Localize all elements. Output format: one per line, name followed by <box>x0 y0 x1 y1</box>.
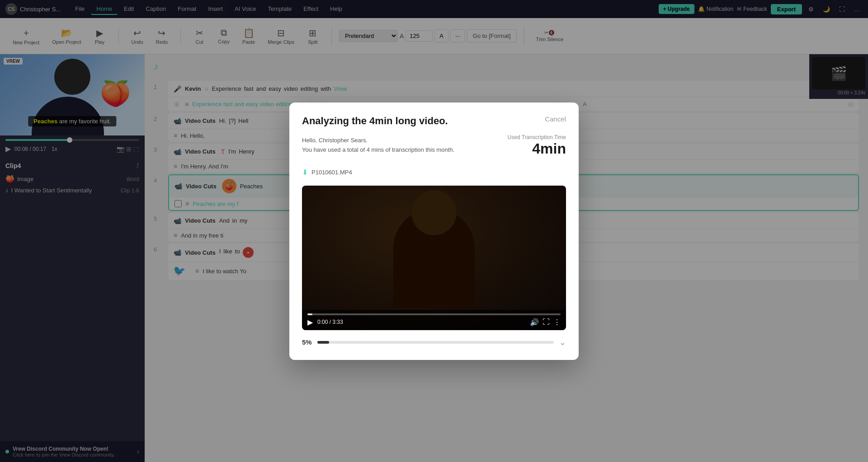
expand-button[interactable]: ⌄ <box>559 337 566 347</box>
head-shape <box>411 190 457 235</box>
modal-usage: You have used a total of 4 mins of trans… <box>302 145 454 155</box>
video-controls-bar: ▶ 0:00 / 3:33 🔊 ⛶ ⋮ <box>302 310 566 330</box>
fullscreen-video-button[interactable]: ⛶ <box>542 318 550 327</box>
progress-percent: 5% <box>302 338 312 346</box>
modal-greeting: Hello, Christopher Sears. <box>302 136 454 145</box>
modal-title: Analyzing the 4min long video. <box>302 115 448 127</box>
modal-filename: ⬇ P1010601.MP4 <box>302 164 566 180</box>
video-time: 0:00 / 3:33 <box>317 319 343 325</box>
modal-user-info: Hello, Christopher Sears. You have used … <box>302 134 566 157</box>
video-person-silhouette <box>393 208 475 308</box>
video-frame <box>302 186 566 330</box>
modal-cancel-button[interactable]: Cancel <box>545 115 566 123</box>
filename-text: P1010601.MP4 <box>311 169 352 176</box>
volume-button[interactable]: 🔊 <box>530 318 539 327</box>
video-person <box>302 186 566 330</box>
progress-section: 5% ⌄ <box>302 337 566 347</box>
progress-done <box>317 341 329 344</box>
modal-time-value: 4min <box>508 140 566 157</box>
download-icon: ⬇ <box>302 168 308 177</box>
analyze-modal: Analyzing the 4min long video. Cancel He… <box>289 103 579 360</box>
more-video-button[interactable]: ⋮ <box>553 318 561 327</box>
video-controls-row: ▶ 0:00 / 3:33 🔊 ⛶ ⋮ <box>307 318 561 327</box>
video-progress-fill <box>307 313 312 315</box>
modal-time-used: Used Transcription Time 4min <box>508 134 566 157</box>
modal-user-text: Hello, Christopher Sears. You have used … <box>302 136 454 155</box>
video-progress[interactable] <box>307 313 561 315</box>
video-right-controls: 🔊 ⛶ ⋮ <box>530 318 561 327</box>
modal-overlay[interactable]: Analyzing the 4min long video. Cancel He… <box>0 0 868 462</box>
modal-time-label: Used Transcription Time <box>508 134 566 140</box>
modal-header: Analyzing the 4min long video. Cancel <box>302 115 566 127</box>
modal-video: ▶ 0:00 / 3:33 🔊 ⛶ ⋮ <box>302 186 566 330</box>
progress-track <box>317 341 554 344</box>
video-play-button[interactable]: ▶ <box>307 318 313 327</box>
